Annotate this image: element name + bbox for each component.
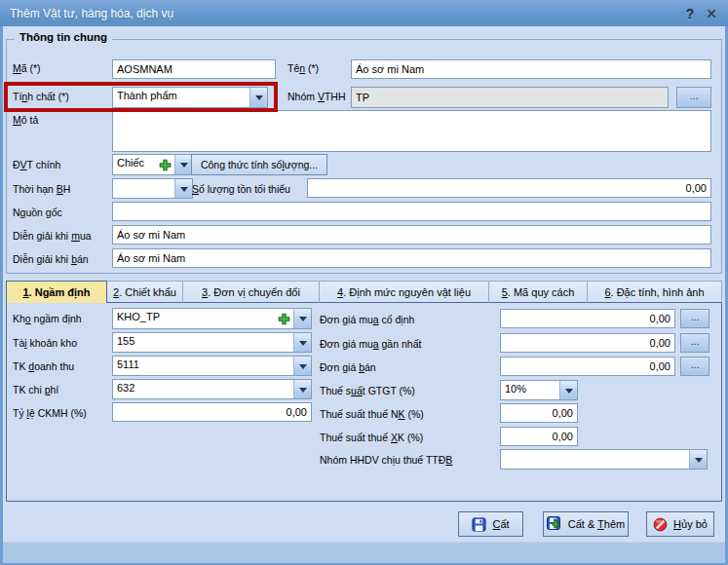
tai-khoan-kho-label: Tài khoản kho (13, 337, 77, 350)
thoi-han-bh-value (113, 179, 174, 198)
thoi-han-bh-label: Thời hạn BH (13, 183, 70, 196)
add-unit-plus-icon[interactable] (155, 155, 174, 174)
so-luong-ton-input[interactable] (307, 178, 711, 198)
thoi-han-bh-combobox[interactable] (112, 178, 193, 199)
dvt-chinh-label: ĐVT chính (13, 159, 60, 171)
tk-chi-phi-combobox[interactable]: 632 (112, 379, 312, 399)
help-icon[interactable]: ? (679, 0, 701, 26)
dialog-window: Thêm Vật tư, hàng hóa, dịch vụ ? ✕ Thông… (0, 0, 728, 565)
tinh-chat-label: Tính chất (*) (13, 91, 69, 103)
nguon-goc-input[interactable] (112, 202, 711, 221)
ma-label: Mã (*) (13, 62, 41, 75)
tai-khoan-kho-value: 155 (113, 333, 293, 352)
gia-mua-co-dinh-browse-button[interactable]: ... (680, 309, 709, 328)
gia-ban-input[interactable] (500, 357, 675, 376)
tab-don-vi-chuyen-doi[interactable]: 3. Đơn vị chuyển đổi (183, 281, 320, 303)
tab-strip: 1. Ngầm định 2. Chiết khấu 3. Đơn vị chu… (6, 281, 722, 303)
cong-thuc-button[interactable]: Công thức tính số lượng... (191, 154, 327, 175)
chevron-down-icon[interactable] (559, 381, 577, 399)
tab-dac-tinh-hinh-anh[interactable]: 6. Đặc tính, hình ảnh (588, 281, 722, 303)
add-warehouse-plus-icon[interactable] (274, 309, 293, 328)
save-button[interactable]: Cất (458, 511, 523, 537)
dvt-chinh-value: Chiếc (113, 155, 155, 174)
dien-giai-ban-label: Diễn giải khi bán (13, 253, 89, 266)
nhom-ttdb-value (501, 450, 689, 469)
cancel-button-label: Hủy bỏ (673, 518, 708, 530)
kho-ngam-dinh-value: KHO_TP (113, 309, 274, 328)
dien-giai-mua-label: Diễn giải khi mua (13, 230, 92, 243)
gia-mua-gan-nhat-label: Đơn giá mua gần nhất (320, 338, 421, 351)
dvt-chinh-combobox[interactable]: Chiếc (112, 154, 193, 175)
nhom-vthh-browse-button[interactable]: ... (676, 87, 711, 108)
save-and-add-button-label: Cất & Thêm (568, 518, 626, 530)
title-bar: Thêm Vật tư, hàng hóa, dịch vụ ? ✕ (0, 0, 728, 26)
ma-input[interactable] (112, 59, 276, 79)
cancel-icon (653, 517, 668, 532)
chevron-down-icon[interactable] (174, 179, 192, 198)
chevron-down-icon[interactable] (293, 357, 311, 375)
tk-doanh-thu-label: TK doanh thu (13, 360, 74, 373)
tab-dinh-muc-nvl[interactable]: 4. Định mức nguyên vật liệu (320, 281, 489, 303)
ty-le-ckmh-label: Tỷ lệ CKMH (%) (13, 407, 87, 420)
chevron-down-icon[interactable] (293, 380, 311, 398)
cancel-button[interactable]: Hủy bỏ (646, 511, 714, 537)
ty-le-ckmh-input[interactable] (112, 402, 312, 422)
bottom-strip (3, 542, 725, 563)
thue-xk-label: Thuế suất thuế XK (%) (320, 432, 423, 444)
chevron-down-icon[interactable] (174, 155, 192, 174)
thue-nk-input[interactable] (500, 403, 578, 423)
dien-giai-ban-input[interactable] (112, 248, 711, 268)
tab-ngam-dinh[interactable]: 1. Ngầm định (6, 281, 107, 303)
kho-ngam-dinh-label: Kho ngầm định (13, 313, 82, 325)
nhom-ttdb-combobox[interactable] (500, 449, 708, 470)
thue-gtgt-combobox[interactable]: 10% (500, 380, 578, 400)
dialog-title: Thêm Vật tư, hàng hóa, dịch vụ (0, 7, 173, 20)
so-luong-ton-label: Số lượng tồn tối thiểu (192, 183, 290, 196)
nhom-vthh-input (351, 87, 669, 108)
gia-mua-co-dinh-input[interactable] (500, 309, 675, 328)
mo-ta-label: Mô tả (13, 114, 38, 127)
thue-xk-input[interactable] (500, 427, 578, 446)
nhom-vthh-label: Nhóm VTHH (287, 91, 346, 103)
tab-ma-quy-cach[interactable]: 5. Mã quy cách (489, 281, 588, 303)
gia-ban-label: Đơn giá bán (320, 361, 376, 374)
save-icon (472, 517, 486, 532)
ten-label: Tên (*) (287, 62, 319, 75)
ten-input[interactable] (351, 59, 711, 79)
tab-chiet-khau[interactable]: 2. Chiết khấu (107, 281, 183, 303)
tk-doanh-thu-value: 5111 (113, 357, 293, 375)
tk-chi-phi-label: TK chi phí (13, 384, 58, 396)
nhom-ttdb-label: Nhóm HHDV chịu thuế TTĐB (320, 454, 452, 467)
thue-gtgt-value: 10% (501, 381, 559, 399)
tinh-chat-value: Thành phẩm (113, 88, 249, 107)
tinh-chat-combobox[interactable]: Thành phẩm (112, 87, 268, 108)
close-icon[interactable]: ✕ (701, 0, 722, 26)
gia-mua-gan-nhat-input[interactable] (500, 333, 675, 353)
save-and-add-button[interactable]: Cất & Thêm (543, 511, 629, 537)
tk-doanh-thu-combobox[interactable]: 5111 (112, 356, 312, 376)
save-add-icon (547, 516, 562, 532)
kho-ngam-dinh-combobox[interactable]: KHO_TP (112, 308, 312, 329)
gia-mua-gan-nhat-browse-button[interactable]: ... (680, 333, 709, 353)
thue-gtgt-label: Thuế suất GTGT (%) (320, 385, 415, 397)
tk-chi-phi-value: 632 (113, 380, 293, 398)
gia-mua-co-dinh-label: Đơn giá mua cố định (320, 314, 414, 326)
group-legend: Thông tin chung (15, 31, 112, 43)
chevron-down-icon[interactable] (293, 333, 311, 352)
dien-giai-mua-input[interactable] (112, 225, 711, 245)
mo-ta-textarea[interactable] (112, 110, 711, 152)
chevron-down-icon[interactable] (249, 88, 267, 107)
thue-nk-label: Thuế suất thuế NK (%) (320, 408, 424, 421)
tai-khoan-kho-combobox[interactable]: 155 (112, 332, 312, 353)
chevron-down-icon[interactable] (689, 450, 707, 469)
chevron-down-icon[interactable] (293, 309, 311, 328)
gia-ban-browse-button[interactable]: ... (680, 357, 709, 376)
nguon-goc-label: Nguồn gốc (13, 207, 62, 219)
save-button-label: Cất (492, 518, 509, 530)
